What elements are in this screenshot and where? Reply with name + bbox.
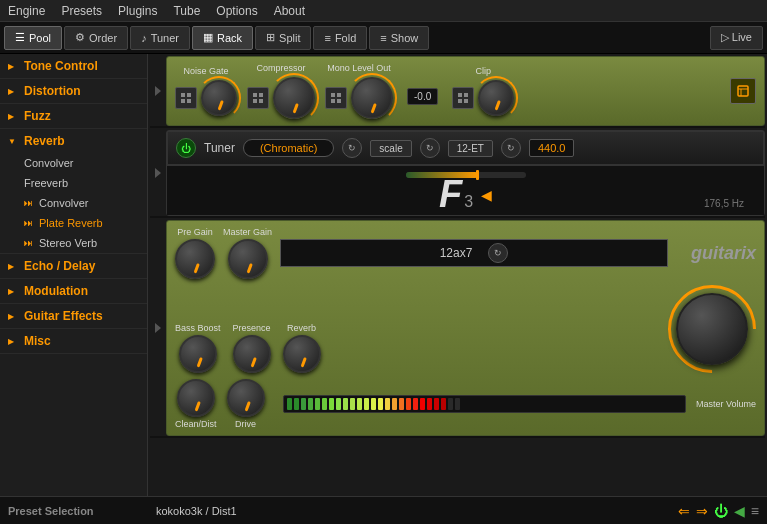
- svg-rect-15: [464, 99, 468, 103]
- reverb-submenu: Convolver Freeverb ⏭ Convolver ⏭ Plate R…: [0, 153, 147, 253]
- reverb-knob[interactable]: [283, 335, 321, 373]
- clip-grid-btn[interactable]: [452, 87, 474, 109]
- next-preset-icon[interactable]: ⇒: [696, 503, 708, 519]
- tuner-et-refresh-btn[interactable]: ↻: [501, 138, 521, 158]
- noise-gate-grid-btn[interactable]: [175, 87, 197, 109]
- prev-preset-icon[interactable]: ⇐: [678, 503, 690, 519]
- tab-order[interactable]: ⚙ Order: [64, 26, 128, 50]
- menu-tube[interactable]: Tube: [173, 4, 200, 18]
- menu-plugins[interactable]: Plugins: [118, 4, 157, 18]
- status-bar-icons: ⇐ ⇒ ⏻ ◀ ≡: [678, 503, 759, 519]
- tuner-refresh-btn[interactable]: ↻: [342, 138, 362, 158]
- bass-boost-group: Bass Boost: [175, 323, 221, 373]
- pre-gain-knob[interactable]: [175, 239, 215, 279]
- mono-level-grid-btn[interactable]: [325, 87, 347, 109]
- vu-bar-8: [336, 398, 341, 410]
- tuner-hz-display: 440.0: [529, 139, 575, 157]
- sidebar-item-distortion[interactable]: ▶ Distortion: [0, 79, 147, 103]
- reverb-eq-label: Reverb: [287, 323, 316, 333]
- guitarix-logo: guitarix: [676, 243, 756, 264]
- pool-label: Pool: [29, 32, 51, 44]
- clean-dist-knob[interactable]: [177, 379, 215, 417]
- menu-engine[interactable]: Engine: [8, 4, 45, 18]
- compressor-grid-btn[interactable]: [247, 87, 269, 109]
- sidebar-section-misc: ▶ Misc: [0, 329, 147, 354]
- sidebar-item-modulation[interactable]: ▶ Modulation: [0, 279, 147, 303]
- tab-pool[interactable]: ☰ Pool: [4, 26, 62, 50]
- noise-gate-knob[interactable]: [201, 80, 237, 116]
- vu-bar-1: [287, 398, 292, 410]
- clip-value-display: -0.0: [407, 88, 438, 105]
- plugin-toggle-btn[interactable]: [150, 56, 166, 126]
- amp-toggle-btn[interactable]: [150, 220, 166, 436]
- tuner-progress-marker: [476, 170, 479, 180]
- misc-label: Misc: [24, 334, 51, 348]
- vu-bar-19: [413, 398, 418, 410]
- tuner-scale-btn[interactable]: scale: [370, 140, 411, 157]
- clip-knob[interactable]: [478, 80, 514, 116]
- sidebar-item-guitar-effects[interactable]: ▶ Guitar Effects: [0, 304, 147, 328]
- power-status-icon[interactable]: ⏻: [714, 503, 728, 519]
- vu-bar-23: [441, 398, 446, 410]
- sidebar-item-fuzz[interactable]: ▶ Fuzz: [0, 104, 147, 128]
- master-volume-knob[interactable]: [676, 293, 748, 365]
- tuner-note-subscript: 3: [464, 193, 473, 211]
- tuner-power-btn[interactable]: ⏻: [176, 138, 196, 158]
- reverb-label: Reverb: [24, 134, 65, 148]
- fold-icon: ≡: [324, 32, 330, 44]
- play-double-icon-3: ⏭: [24, 238, 33, 248]
- clean-dist-group: Clean/Dist: [175, 379, 217, 429]
- menu-options[interactable]: Options: [216, 4, 257, 18]
- menu-icon[interactable]: ≡: [751, 503, 759, 519]
- pool-icon: ☰: [15, 31, 25, 44]
- sidebar-item-plate-reverb[interactable]: ⏭ Plate Reverb: [16, 213, 147, 233]
- sidebar-item-reverb[interactable]: ▼ Reverb: [0, 129, 147, 153]
- clip-label: Clip: [475, 66, 491, 76]
- vu-bar-9: [343, 398, 348, 410]
- mono-level-out-label: Mono Level Out: [327, 63, 391, 73]
- vu-bar-4: [308, 398, 313, 410]
- master-gain-knob[interactable]: [228, 239, 268, 279]
- presence-knob[interactable]: [233, 335, 271, 373]
- tuner-scale-refresh-btn[interactable]: ↻: [420, 138, 440, 158]
- sidebar-item-tone-control[interactable]: ▶ Tone Control: [0, 54, 147, 78]
- tuner-progress-fill: [406, 172, 478, 178]
- tuner-mode-display: (Chromatic): [243, 139, 334, 157]
- compressor-knob[interactable]: [273, 77, 315, 119]
- sidebar-item-freeverb[interactable]: Freeverb: [16, 173, 147, 193]
- rack-icon: ▦: [203, 31, 213, 44]
- sidebar-item-convolver2[interactable]: ⏭ Convolver: [16, 193, 147, 213]
- vu-bar-22: [434, 398, 439, 410]
- vu-bar-5: [315, 398, 320, 410]
- tuner-toggle-btn[interactable]: [150, 130, 166, 216]
- bass-boost-knob[interactable]: [179, 335, 217, 373]
- tab-split[interactable]: ⊞ Split: [255, 26, 311, 50]
- tab-fold[interactable]: ≡ Fold: [313, 26, 367, 50]
- tab-rack[interactable]: ▦ Rack: [192, 26, 253, 50]
- amp-eq-row: Bass Boost Presence Reverb: [175, 285, 756, 373]
- mono-level-knob[interactable]: [351, 77, 393, 119]
- sidebar-item-echo-delay[interactable]: ▶ Echo / Delay: [0, 254, 147, 278]
- toolbar: ☰ Pool ⚙ Order ♪ Tuner ▦ Rack ⊞ Split ≡ …: [0, 22, 767, 54]
- sidebar-item-stereo-verb[interactable]: ⏭ Stereo Verb: [16, 233, 147, 253]
- tab-show[interactable]: ≡ Show: [369, 26, 429, 50]
- menu-about[interactable]: About: [274, 4, 305, 18]
- guitar-effects-label: Guitar Effects: [24, 309, 103, 323]
- sidebar-item-convolver[interactable]: Convolver: [16, 153, 147, 173]
- amp-model-refresh-btn[interactable]: ↻: [488, 243, 508, 263]
- vu-bar-11: [357, 398, 362, 410]
- amp-model-name: 12ax7: [440, 246, 473, 260]
- record-icon[interactable]: ◀: [734, 503, 745, 519]
- channel-strip-settings-btn[interactable]: [730, 78, 756, 104]
- presence-label: Presence: [233, 323, 271, 333]
- plate-reverb-label: Plate Reverb: [39, 217, 103, 229]
- echo-delay-label: Echo / Delay: [24, 259, 95, 273]
- drive-knob[interactable]: [227, 379, 265, 417]
- tuner-et-btn[interactable]: 12-ET: [448, 140, 493, 157]
- live-label: Live: [732, 31, 752, 43]
- menu-presets[interactable]: Presets: [61, 4, 102, 18]
- live-button[interactable]: ▷ Live: [710, 26, 763, 50]
- tab-tuner[interactable]: ♪ Tuner: [130, 26, 190, 50]
- sidebar-item-misc[interactable]: ▶ Misc: [0, 329, 147, 353]
- amp-header-row: Pre Gain Master Gain 12ax7 ↻: [175, 227, 756, 279]
